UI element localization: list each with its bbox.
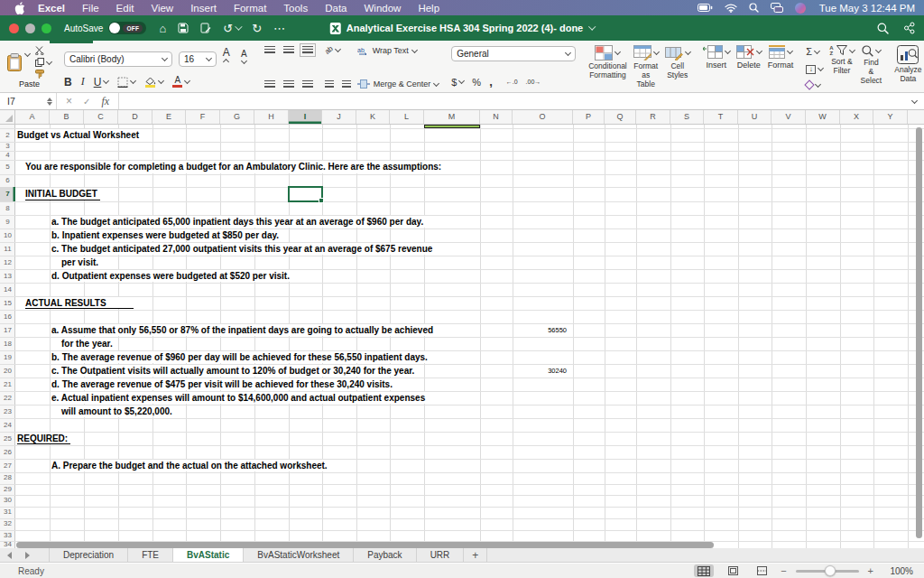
column-header-W[interactable]: W xyxy=(806,110,840,124)
column-header-G[interactable]: G xyxy=(220,110,254,124)
row-header-11[interactable]: 11 xyxy=(0,242,15,256)
row-header-6[interactable]: 6 xyxy=(0,174,15,187)
cell-B27[interactable]: A. Prepare the budget and the actual on … xyxy=(51,460,330,471)
redo-icon[interactable]: ↻ xyxy=(252,22,262,35)
cancel-entry-icon[interactable]: × xyxy=(66,95,72,107)
row-header-31[interactable]: 31 xyxy=(0,507,15,518)
save-icon[interactable] xyxy=(178,23,189,33)
menu-view[interactable]: View xyxy=(151,3,173,14)
page-break-view-icon[interactable] xyxy=(752,564,772,577)
cell-styles-button[interactable]: CellStyles xyxy=(665,45,690,89)
column-header-D[interactable]: D xyxy=(118,110,152,124)
increase-indent-button[interactable] xyxy=(342,80,351,89)
align-bottom-button[interactable] xyxy=(302,46,313,54)
menu-help[interactable]: Help xyxy=(418,3,439,14)
merge-center-button[interactable]: Merge & Center xyxy=(357,79,439,89)
sheet-tab-bvastatic[interactable]: BvAStatic xyxy=(173,548,244,562)
row-header-25[interactable]: 25 xyxy=(0,432,15,445)
row-header-17[interactable]: 17 xyxy=(0,323,15,337)
save-as-icon[interactable] xyxy=(200,23,211,33)
row-header-28[interactable]: 28 xyxy=(0,472,15,484)
row-header-33[interactable]: 33 xyxy=(0,530,15,542)
increase-font-size-button[interactable]: A xyxy=(223,46,235,71)
row-header-3[interactable]: 3 xyxy=(0,142,15,151)
menu-data[interactable]: Data xyxy=(325,3,346,14)
column-header-O[interactable]: O xyxy=(513,110,573,124)
decrease-font-size-button[interactable]: A xyxy=(241,49,252,69)
zoom-out-icon[interactable]: − xyxy=(781,565,786,576)
vertical-scrollbar[interactable] xyxy=(916,127,922,538)
percent-format-button[interactable]: % xyxy=(472,77,481,88)
column-header-F[interactable]: F xyxy=(186,110,220,124)
formula-bar-expand-icon[interactable] xyxy=(911,97,918,103)
grid[interactable]: 2345678910111213141516171819202122232425… xyxy=(0,125,924,548)
autosum-button[interactable]: Σ xyxy=(806,46,823,57)
font-name-select[interactable]: Calibri (Body) xyxy=(64,51,172,67)
cut-button[interactable] xyxy=(35,46,44,55)
name-box-stepper[interactable] xyxy=(47,98,52,106)
row-header-27[interactable]: 27 xyxy=(0,459,15,472)
cell-B23[interactable]: will amount to $5,220,000. xyxy=(61,406,175,417)
cell-B18[interactable]: for the year. xyxy=(61,338,116,350)
italic-button[interactable]: I xyxy=(81,75,85,89)
row-header-7[interactable]: 7 xyxy=(0,187,15,201)
row-header-8[interactable]: 8 xyxy=(0,201,15,215)
menu-file[interactable]: File xyxy=(82,3,99,14)
select-all-corner[interactable] xyxy=(0,110,15,124)
column-header-V[interactable]: V xyxy=(772,110,806,124)
decrease-decimal-button[interactable]: .00→ xyxy=(526,79,541,85)
enter-entry-icon[interactable]: ✓ xyxy=(83,97,90,107)
increase-decimal-button[interactable]: ←.0 xyxy=(506,79,518,85)
name-box[interactable]: I7 xyxy=(0,93,56,109)
align-right-button[interactable] xyxy=(302,80,313,89)
cell-B9[interactable]: a. The budget anticipated 65,000 inpatie… xyxy=(51,216,426,228)
zoom-window-button[interactable] xyxy=(42,23,51,33)
insert-function-icon[interactable]: fx xyxy=(101,95,109,108)
underline-button[interactable]: U xyxy=(94,76,109,89)
column-header-N[interactable]: N xyxy=(480,110,513,124)
column-header-A[interactable]: A xyxy=(15,110,50,124)
format-as-table-button[interactable]: Formatas Table xyxy=(633,45,659,89)
zoom-slider[interactable] xyxy=(796,570,859,573)
align-left-button[interactable] xyxy=(264,80,275,89)
format-cells-button[interactable]: Format xyxy=(768,45,794,89)
column-header-Q[interactable]: Q xyxy=(605,110,636,124)
menu-tools[interactable]: Tools xyxy=(283,3,308,14)
comma-format-button[interactable]: , xyxy=(489,75,493,89)
row-header-29[interactable]: 29 xyxy=(0,484,15,496)
add-sheet-button[interactable]: + xyxy=(464,548,487,562)
column-header-U[interactable]: U xyxy=(738,110,772,124)
wrap-text-button[interactable]: ab Wrap Text xyxy=(357,46,439,55)
cell-B17[interactable]: a. Assume that only 56,550 or 87% of the… xyxy=(51,324,436,336)
fill-button[interactable]: ↓ xyxy=(806,65,823,74)
fill-color-button[interactable] xyxy=(144,76,163,88)
search-icon[interactable] xyxy=(877,23,889,34)
column-header-T[interactable]: T xyxy=(704,110,738,124)
cell-A15[interactable]: ACTUAL RESULTS xyxy=(25,297,134,309)
sheet-tab-bvastaticworksheet[interactable]: BvAStaticWorksheet xyxy=(244,548,354,562)
row-header-14[interactable]: 14 xyxy=(0,283,15,296)
menu-edit[interactable]: Edit xyxy=(116,3,134,14)
normal-view-icon[interactable] xyxy=(694,564,714,577)
copy-button[interactable] xyxy=(35,58,51,67)
row-header-30[interactable]: 30 xyxy=(0,495,15,507)
menubar-clock[interactable]: Tue May 3 12:44 PM xyxy=(819,3,915,14)
undo-icon[interactable]: ↺ xyxy=(223,22,240,35)
row-header-21[interactable]: 21 xyxy=(0,378,15,391)
battery-icon[interactable] xyxy=(698,4,713,12)
format-painter-button[interactable] xyxy=(35,70,45,79)
column-header-H[interactable]: H xyxy=(254,110,289,124)
align-center-button[interactable] xyxy=(283,80,294,89)
title-chevron-icon[interactable] xyxy=(588,23,596,30)
share-icon[interactable] xyxy=(903,22,915,34)
orientation-button[interactable]: ab xyxy=(325,46,340,54)
row-header-2[interactable]: 2 xyxy=(0,128,15,142)
column-header-C[interactable]: C xyxy=(84,110,118,124)
conditional-formatting-button[interactable]: ConditionalFormatting xyxy=(588,45,627,89)
cell-O20[interactable]: 30240 xyxy=(513,365,570,377)
cell-A7[interactable]: INITIAL BUDGET xyxy=(25,188,100,200)
page-layout-view-icon[interactable] xyxy=(723,564,743,577)
bold-button[interactable]: B xyxy=(64,76,72,89)
autosave-toggle[interactable]: OFF xyxy=(108,22,146,34)
zoom-level[interactable]: 100% xyxy=(882,566,913,576)
